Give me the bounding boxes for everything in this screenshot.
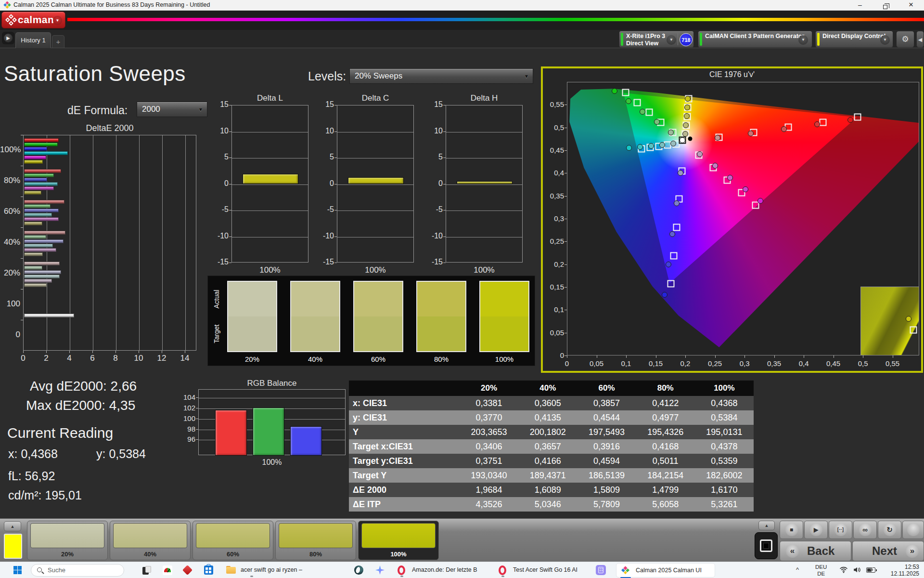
collapse-panel-button[interactable]: ◀ xyxy=(916,31,924,48)
red-gem-app-icon[interactable] xyxy=(184,566,191,578)
source-name: CalMAN Client 3 Pattern Generator xyxy=(705,33,804,39)
row-label: ΔE 2000 xyxy=(353,483,386,497)
search-input[interactable]: Suche xyxy=(31,564,124,577)
de-bar-green xyxy=(24,235,46,239)
opera-window-label-2[interactable]: Test Acer Swift Go 16 AI xyxy=(513,566,578,573)
target-swatch xyxy=(480,316,528,351)
back-button[interactable]: « Back xyxy=(780,541,851,561)
source-dropdown-icon[interactable]: ▼ xyxy=(798,35,808,45)
pattern-tile-100%[interactable]: 100% xyxy=(358,521,439,560)
row-label: Target y:CIE31 xyxy=(353,454,413,468)
display-dropdown[interactable]: Direct Display Control ▼ xyxy=(815,31,893,48)
pattern-bar: ▲ 20%40%60%80%100% ▲ ■ ▶ [··] ∞ ↻ « Back… xyxy=(0,518,924,562)
play-button[interactable]: ▶ xyxy=(804,521,828,539)
levels-select[interactable]: 20% Sweeps ▼ xyxy=(349,68,533,84)
running-indicator xyxy=(250,576,253,577)
transport-up-button[interactable]: ▲ xyxy=(758,521,775,530)
restore-button[interactable] xyxy=(877,0,893,11)
benchmark-app-icon[interactable] xyxy=(163,565,172,578)
reading-x: x: 0,4368 xyxy=(8,447,58,461)
de-formula-label: dE Formula: xyxy=(67,104,128,117)
next-button[interactable]: Next » xyxy=(852,541,924,561)
y-tick-label: 96 xyxy=(179,435,195,443)
y-tick xyxy=(565,128,567,128)
table-cell: 0,4544 xyxy=(577,410,636,425)
reading-y: y: 0,5384 xyxy=(96,447,146,461)
calman-taskbar-item[interactable]: Calman 2025 Calman UI xyxy=(616,563,715,578)
continuous-button[interactable]: ∞ xyxy=(853,521,877,539)
volume-icon[interactable] xyxy=(853,566,861,576)
meter-dropdown[interactable]: X-Rite i1Pro 3 Direct View ▼ 718 xyxy=(619,31,694,48)
ms-store-app-icon[interactable] xyxy=(204,565,213,578)
purple-app-icon[interactable] xyxy=(596,565,606,578)
pattern-tile-40%[interactable]: 40% xyxy=(110,521,191,560)
table-row: y: CIE310,37700,41350,45440,49770,5384 xyxy=(349,410,754,425)
table-cell: 0,4378 xyxy=(695,439,754,454)
language-indicator[interactable]: DEU DE xyxy=(815,564,827,577)
y-tick-label: -5 xyxy=(318,205,334,214)
swatch-column-100% xyxy=(479,281,529,352)
deltaH-plot-area xyxy=(446,105,523,263)
pattern-list-up-button[interactable]: ▲ xyxy=(4,521,21,531)
de-bar-cyan xyxy=(24,213,52,217)
stop-button[interactable]: ■ xyxy=(780,521,803,539)
minimize-button[interactable]: – xyxy=(852,0,868,11)
meter-reading-badge[interactable]: 718 xyxy=(680,33,693,46)
x-tick-label: 6 xyxy=(87,354,98,363)
tray-expand-chevron[interactable]: ^ xyxy=(796,566,799,573)
x-tick-label: 0,35 xyxy=(762,359,786,368)
x-tick xyxy=(744,355,745,358)
lang-line1: DEU xyxy=(815,564,827,570)
dark-circle-app-icon[interactable] xyxy=(354,565,363,578)
opera-window-label-1[interactable]: Amazon.de: Der letzte B xyxy=(412,566,477,573)
close-button[interactable]: × xyxy=(903,0,919,11)
gridline xyxy=(116,135,116,350)
calman-menu-button[interactable]: calman ▼ xyxy=(1,12,65,28)
y-tick xyxy=(229,131,231,132)
current-pattern-swatch[interactable] xyxy=(4,534,22,559)
group-label: 100% xyxy=(0,145,20,155)
explorer-window-label[interactable]: acer swift go ai ryzen – xyxy=(241,566,302,573)
step-mode-button[interactable]: [··] xyxy=(829,521,852,539)
y-tick xyxy=(334,210,337,210)
rgb-bar-green xyxy=(253,407,284,456)
clock[interactable]: 12:53 12.11.2025 xyxy=(891,564,919,577)
cie-target-green xyxy=(645,109,653,116)
wifi-icon[interactable] xyxy=(839,566,848,576)
next-label: Next xyxy=(872,544,897,558)
pattern-tile-60%[interactable]: 60% xyxy=(192,521,273,560)
column-header: 20% xyxy=(460,381,518,396)
gridline xyxy=(70,135,70,350)
meter-dropdown-icon[interactable]: ▼ xyxy=(667,35,676,45)
x-category-label: 100% xyxy=(231,265,308,275)
y-tick xyxy=(334,184,337,184)
tab-history-1[interactable]: History 1 xyxy=(15,32,51,48)
copilot-app-icon[interactable] xyxy=(375,565,385,578)
battery-icon[interactable] xyxy=(866,567,875,573)
pattern-tile-20%[interactable]: 20% xyxy=(27,521,108,560)
display-dropdown-icon[interactable]: ▼ xyxy=(880,35,890,45)
loop-button[interactable]: ↻ xyxy=(878,521,901,539)
gridline xyxy=(139,135,140,350)
de-formula-select[interactable]: 2000 ▼ xyxy=(137,102,207,117)
menu-dropdown-icon[interactable]: ▼ xyxy=(53,16,62,25)
gridline xyxy=(162,135,163,350)
settings-button[interactable]: ⚙ xyxy=(896,31,914,48)
y-tick-label: 10 xyxy=(318,127,334,135)
start-button[interactable] xyxy=(13,566,22,578)
record-button[interactable] xyxy=(902,521,924,539)
swatch-label: 20% xyxy=(227,355,277,363)
pattern-tile-80%[interactable]: 80% xyxy=(275,521,356,560)
taskview-app-icon[interactable] xyxy=(142,566,151,578)
pattern-window-button[interactable] xyxy=(755,532,778,559)
workflow-nav-button[interactable]: ▶ xyxy=(2,32,14,44)
cie-measured-red xyxy=(847,117,853,123)
x-tick xyxy=(92,351,93,353)
add-tab-button[interactable]: + xyxy=(52,35,64,48)
source-dropdown[interactable]: CalMAN Client 3 Pattern Generator ▼ xyxy=(698,31,812,48)
de-bar-yellow xyxy=(24,160,43,164)
de-bar-cyan xyxy=(24,275,60,278)
x-tick-label: 12 xyxy=(156,354,167,363)
y-tick-label: 0,5 xyxy=(543,123,564,131)
explorer-app-icon[interactable] xyxy=(226,566,236,578)
